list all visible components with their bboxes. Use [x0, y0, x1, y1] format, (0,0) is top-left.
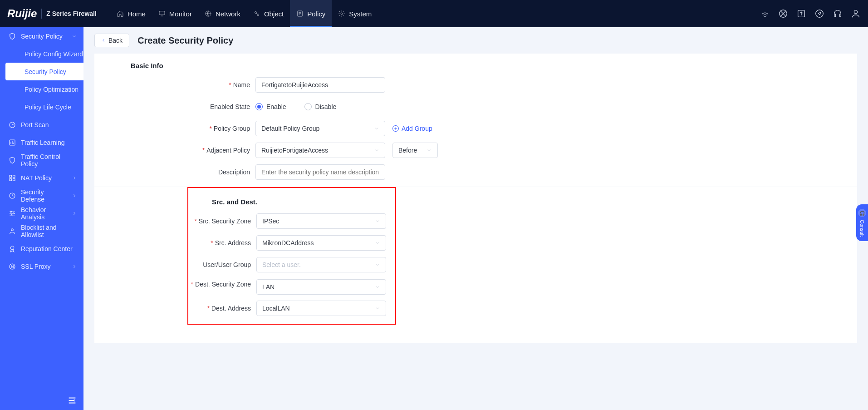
svg-point-9	[854, 10, 857, 14]
policy-group-select[interactable]: Default Policy Group	[255, 121, 385, 136]
monitor-icon	[158, 10, 166, 17]
sliders-icon	[8, 209, 16, 217]
form-panel: Basic Info *Name FortigatetoRuijieAccess…	[94, 54, 857, 343]
radio-enable[interactable]: Enable	[255, 103, 286, 110]
back-button[interactable]: Back	[94, 34, 129, 47]
dest-addr-label: Dest. Address	[211, 305, 251, 312]
sidebar-sub-life-cycle[interactable]: Policy Life Cycle	[0, 98, 83, 116]
description-label: Description	[218, 168, 250, 176]
chevron-right-icon	[72, 211, 77, 216]
nav-object[interactable]: Object	[247, 0, 290, 27]
top-nav: Ruijie Z Series Firewall Home Monitor Ne…	[0, 0, 868, 27]
policy-group-label: Policy Group	[214, 125, 250, 132]
sidebar-nat-policy[interactable]: NAT Policy	[0, 169, 83, 187]
chevron-down-icon	[374, 148, 379, 153]
name-input[interactable]: FortigatetoRuijieAccess	[255, 77, 385, 93]
defense-icon	[8, 192, 16, 200]
svg-point-21	[10, 246, 14, 250]
home-icon	[117, 10, 124, 17]
policy-icon	[296, 10, 304, 17]
collapse-sidebar-icon[interactable]	[67, 395, 77, 405]
chevron-down-icon	[427, 148, 432, 153]
svg-point-8	[816, 10, 824, 18]
adjacent-policy-select[interactable]: RuijietoFortigateAccess	[255, 143, 385, 158]
user-group-select[interactable]: Select a user.	[256, 257, 386, 272]
page-title: Create Security Policy	[137, 35, 233, 46]
basic-info-title: Basic Info	[94, 54, 857, 74]
sidebar-traffic-learning[interactable]: Traffic Learning	[0, 133, 83, 151]
headset-icon[interactable]	[833, 9, 843, 19]
upload-icon[interactable]	[796, 9, 806, 19]
sidebar: Security Policy Policy Config Wizard Sec…	[0, 27, 83, 410]
person-icon	[8, 227, 16, 235]
user-group-label: User/User Group	[203, 261, 251, 268]
grid-icon	[8, 174, 16, 182]
nav-object-label: Object	[264, 10, 284, 18]
chevron-down-icon	[375, 240, 380, 246]
svg-point-5	[341, 13, 343, 15]
page-header: Back Create Security Policy	[83, 27, 868, 54]
nav-policy[interactable]: Policy	[290, 0, 332, 27]
scan-icon	[8, 121, 16, 129]
chevron-down-icon	[375, 284, 380, 290]
sidebar-sub-config-wizard[interactable]: Policy Config Wizard	[0, 45, 83, 63]
dest-zone-label: Dest. Security Zone	[195, 281, 251, 288]
sidebar-blocklist[interactable]: Blocklist and Allowlist	[0, 222, 83, 240]
plus-circle-icon: +	[392, 125, 399, 132]
src-zone-select[interactable]: IPSec	[256, 213, 386, 229]
svg-rect-13	[13, 175, 15, 178]
chevron-right-icon	[72, 175, 77, 181]
src-addr-select[interactable]: MikronDCAddress	[256, 235, 386, 251]
back-label: Back	[108, 37, 123, 44]
svg-rect-15	[13, 178, 15, 181]
sidebar-security-defense[interactable]: Security Defense	[0, 187, 83, 204]
sidebar-ssl-proxy[interactable]: SSL Proxy	[0, 257, 83, 275]
sidebar-port-scan[interactable]: Port Scan	[0, 116, 83, 133]
shield-icon	[8, 32, 16, 40]
consult-icon: 🎧	[858, 209, 866, 217]
sidebar-security-policy-label: Security Policy	[21, 33, 63, 40]
compass-icon[interactable]	[814, 9, 824, 19]
sidebar-sub-security-policy[interactable]: Security Policy	[5, 63, 83, 80]
badge-icon	[8, 245, 16, 253]
sidebar-reputation[interactable]: Reputation Center	[0, 240, 83, 257]
nav-system[interactable]: System	[332, 0, 378, 27]
nav-monitor-label: Monitor	[169, 10, 192, 18]
radio-checked-icon	[255, 103, 263, 110]
user-icon[interactable]	[851, 9, 861, 19]
nav-home[interactable]: Home	[110, 0, 152, 27]
sidebar-traffic-control[interactable]: Traffic Control Policy	[0, 151, 83, 169]
svg-rect-12	[10, 175, 12, 178]
chevron-down-icon	[72, 34, 77, 39]
name-label: Name	[233, 81, 250, 89]
brand: Ruijie Z Series Firewall	[7, 7, 97, 20]
nav-policy-label: Policy	[307, 10, 325, 18]
chevron-down-icon	[375, 218, 380, 224]
description-input[interactable]	[255, 164, 385, 180]
position-select[interactable]: Before	[392, 143, 438, 158]
nav-network[interactable]: Network	[198, 0, 247, 27]
main-content: Back Create Security Policy Basic Info *…	[83, 27, 868, 410]
sidebar-security-policy-group[interactable]: Security Policy	[0, 27, 83, 45]
brand-divider	[41, 9, 42, 19]
src-dest-title: Src. and Dest.	[188, 190, 395, 210]
threat-icon[interactable]	[778, 9, 788, 19]
dest-addr-select[interactable]: LocalLAN	[256, 301, 386, 316]
nav-monitor[interactable]: Monitor	[152, 0, 198, 27]
chevron-down-icon	[374, 126, 379, 131]
add-group-link[interactable]: + Add Group	[392, 125, 432, 132]
sidebar-sub-optimization[interactable]: Policy Optimization	[0, 80, 83, 98]
chevron-right-icon	[72, 264, 77, 269]
sidebar-behavior-analysis[interactable]: Behavior Analysis	[0, 204, 83, 222]
dest-zone-select[interactable]: LAN	[256, 279, 386, 295]
globe-icon	[205, 10, 212, 17]
adjacent-policy-label: Adjacent Policy	[206, 147, 250, 154]
brand-product: Z Series Firewall	[46, 10, 97, 17]
wifi-icon[interactable]	[760, 9, 770, 19]
consult-tab[interactable]: 🎧 Consult	[856, 204, 868, 241]
nav-items: Home Monitor Network Object Policy Syste…	[110, 0, 378, 27]
chart-icon	[8, 138, 16, 147]
radio-disable[interactable]: Disable	[304, 103, 337, 110]
svg-rect-14	[10, 178, 12, 181]
gear-icon	[338, 10, 345, 17]
